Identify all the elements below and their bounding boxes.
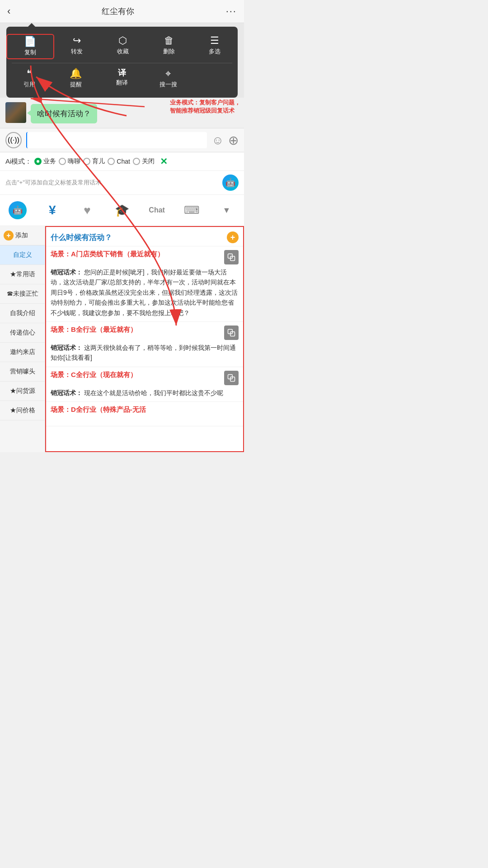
context-forward[interactable]: ↪ 转发 [54,34,100,59]
radio-off-label: 关闭 [142,157,155,165]
multiselect-icon: ☰ [210,36,219,46]
context-remind[interactable]: 🔔 提醒 [52,67,99,90]
forward-icon: ↪ [73,36,81,46]
chat-bubble: 啥时候有活动？ [31,104,97,123]
collect-icon: ⬡ [118,36,127,46]
message-input[interactable] [26,132,207,148]
sidebar-item-price[interactable]: ★问价格 [0,401,45,420]
context-multiselect[interactable]: ☰ 多选 [192,34,238,59]
app-header: ‹ 红尘有你 ··· [0,0,244,23]
sidebar-item-invite[interactable]: 邀约来店 [0,343,45,362]
toolbar-keyboard[interactable]: ⌨ [174,200,209,220]
scenario-d-title-text: 场景：D全行业（特殊产品-无活 [51,406,146,414]
scenario-c-content: 销冠话术： 现在这个就是活动价哈，我们平时都比这贵不少呢 [51,388,239,398]
context-translate[interactable]: 译 翻译 [99,67,145,90]
chat-robot-button[interactable]: 🤖 [222,175,239,191]
context-collect[interactable]: ⬡ 收藏 [100,34,146,59]
sidebar-item-intro[interactable]: 自我介绍 [0,304,45,323]
scenario-b-label: 销冠话术： [51,344,82,351]
content-panel: 什么时候有活动？ + 场景：A门店类线下销售（最近就有） 销冠话术： 您问的正是… [45,226,244,452]
copy-a-button[interactable] [224,250,239,264]
context-copy[interactable]: 📄 复制 [6,34,54,59]
toolbar-robot[interactable]: 🤖 [0,198,35,223]
translate-label: 翻译 [116,79,128,87]
more-button[interactable]: ··· [226,5,237,17]
toolbar-yuan[interactable]: ¥ [35,199,70,221]
radio-group-business[interactable]: 业务 [34,157,56,165]
context-row-2: ❝ 引用 🔔 提醒 译 翻译 ⌖ 搜一搜 [6,64,238,93]
context-delete[interactable]: 🗑 删除 [146,34,192,59]
scenario-b: 场景：B全行业（最近就有） 销冠话术： 这两天很快就会有了，稍等等哈，到时候我第… [46,322,243,367]
radio-chat[interactable] [59,158,66,165]
ai-mode-bar: Ai模式： 业务 嗨聊 育儿 Chat 关闭 ✕ [0,152,244,171]
forward-label: 转发 [71,47,83,56]
radio-group-chatmode[interactable]: Chat [108,158,130,165]
radio-group-off[interactable]: 关闭 [133,157,155,165]
robot-button[interactable]: 🤖 [9,201,27,219]
back-button[interactable]: ‹ [7,5,10,17]
keyboard-icon: ⌨ [184,204,200,217]
sidebar-add-button[interactable]: + 添加 [0,226,45,245]
scenario-a-title-text: 场景：A门店类线下销售（最近就有） [51,250,164,259]
scenario-c-title-text: 场景：C全行业（现在就有） [51,371,137,379]
robot-icon: 🤖 [225,178,235,188]
quote-label: 引用 [23,80,35,89]
radio-chat-label: 嗨聊 [68,157,80,165]
add-button[interactable]: ⊕ [228,133,239,148]
scenario-b-content: 销冠话术： 这两天很快就会有了，稍等等哈，到时候我第一时间通知你[让我看看] [51,343,239,363]
emoji-button[interactable]: ☺ [211,133,224,147]
add-circle-icon: + [4,231,14,241]
scenario-c-text: 现在这个就是活动价哈，我们平时都比这贵不少呢 [84,389,223,396]
radio-group-chat[interactable]: 嗨聊 [59,157,80,165]
sidebar-item-marketing[interactable]: 营销噱头 [0,362,45,382]
hint-bar: 点击"+"可添加自定义标签及常用话术 🤖 [0,171,244,195]
ai-mode-label: Ai模式： [5,157,32,166]
bubble-text: 啥时候有活动？ [37,109,91,118]
scenario-d-title: 场景：D全行业（特殊产品-无活 [51,406,239,414]
ai-close-button[interactable]: ✕ [160,156,168,167]
scenario-b-title-text: 场景：B全行业（最近就有） [51,326,137,334]
context-empty [192,67,238,90]
radio-childcare[interactable] [83,158,90,165]
scenario-c-title: 场景：C全行业（现在就有） [51,371,239,385]
toolbar-heart[interactable]: ♥ [70,200,104,221]
context-row-1: 📄 复制 ↪ 转发 ⬡ 收藏 🗑 删除 ☰ 多选 [6,31,238,62]
hint-text: 点击"+"可添加自定义标签及常用话术 [5,179,101,187]
sidebar-item-common[interactable]: ★常用语 [0,265,45,284]
context-search[interactable]: ⌖ 搜一搜 [145,67,191,90]
sidebar-item-confidence[interactable]: 传递信心 [0,323,45,343]
multiselect-label: 多选 [209,47,221,56]
scenario-b-title: 场景：B全行业（最近就有） [51,326,239,340]
radio-off[interactable] [133,158,140,165]
voice-button[interactable]: ((·)) [5,132,22,148]
delete-icon: 🗑 [164,36,174,46]
remind-icon: 🔔 [70,69,82,79]
scenario-a: 场景：A门店类线下销售（最近就有） 销冠话术： 您问的正是时候[呲牙]，我们刚好… [46,246,243,322]
scenario-a-title: 场景：A门店类线下销售（最近就有） [51,250,239,264]
toolbar-graduation[interactable]: 🎓 [104,200,139,221]
radio-group-childcare[interactable]: 育儿 [83,157,105,165]
copy-c-button[interactable] [224,371,239,385]
question-add-button[interactable]: + [227,231,239,243]
delete-label: 删除 [163,47,175,56]
sidebar: + 添加 自定义 ★常用语 ☎未接正忙 自我介绍 传递信心 邀约来店 营销噱头 … [0,226,45,452]
context-quote[interactable]: ❝ 引用 [6,67,52,90]
toolbar-chat-text[interactable]: Chat [140,203,174,218]
radio-business[interactable] [34,158,42,165]
sidebar-item-source[interactable]: ★问货源 [0,382,45,401]
copy-b-button[interactable] [224,326,239,340]
main-content: + 添加 自定义 ★常用语 ☎未接正忙 自我介绍 传递信心 邀约来店 营销噱头 … [0,226,244,452]
question-text: 什么时候有活动？ [51,232,223,243]
scenario-c-label: 销冠话术： [51,389,82,396]
sidebar-item-busy[interactable]: ☎未接正忙 [0,284,45,304]
scenario-d: 场景：D全行业（特殊产品-无活 [46,402,243,426]
translate-icon: 译 [118,69,126,77]
radio-chatmode[interactable] [108,158,115,165]
question-header: 什么时候有活动？ + [46,227,243,246]
copy-label: 复制 [24,48,36,57]
toolbar-more-arrow[interactable]: ▼ [209,202,244,219]
chat-text-icon: Chat [149,206,165,214]
sidebar-item-custom[interactable]: 自定义 [0,245,45,265]
heart-icon: ♥ [84,203,90,217]
collect-label: 收藏 [117,47,129,56]
